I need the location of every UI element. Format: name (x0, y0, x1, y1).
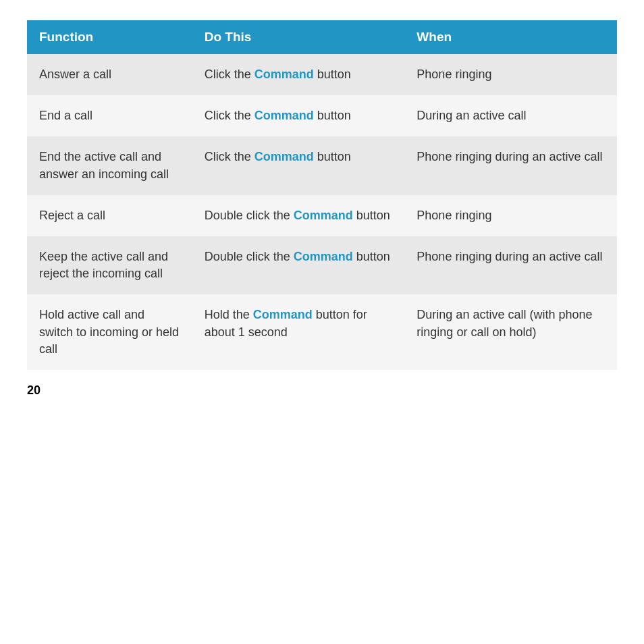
command-keyword: Command (254, 109, 314, 122)
command-keyword: Command (294, 209, 353, 222)
cell-when: Phone ringing during an active call (404, 236, 617, 294)
cell-do-this: Double click the Command button (192, 195, 405, 236)
cell-do-this: Click the Command button (192, 54, 405, 95)
cell-when: Phone ringing (404, 195, 617, 236)
command-keyword: Command (254, 150, 314, 163)
cell-when: Phone ringing (404, 54, 617, 95)
table-row: Reject a callDouble click the Command bu… (27, 195, 617, 236)
header-do-this: Do This (192, 20, 405, 54)
table-row: Keep the active call and reject the inco… (27, 236, 617, 294)
cell-do-this: Hold the Command button for about 1 seco… (192, 294, 405, 370)
cell-do-this: Double click the Command button (192, 236, 405, 294)
cell-function: End a call (27, 95, 192, 136)
cell-function: Keep the active call and reject the inco… (27, 236, 192, 294)
command-keyword: Command (254, 68, 314, 81)
cell-function: Hold active call and switch to incoming … (27, 294, 192, 370)
table-row: End the active call and answer an incomi… (27, 136, 617, 194)
header-when: When (404, 20, 617, 54)
cell-function: Reject a call (27, 195, 192, 236)
command-keyword: Command (253, 308, 313, 321)
cell-when: During an active call (404, 95, 617, 136)
header-function: Function (27, 20, 192, 54)
cell-do-this: Click the Command button (192, 136, 405, 194)
cell-function: Answer a call (27, 54, 192, 95)
table-row: Hold active call and switch to incoming … (27, 294, 617, 370)
reference-table: Function Do This When Answer a callClick… (27, 20, 617, 370)
page-number: 20 (27, 383, 617, 398)
command-keyword: Command (294, 250, 353, 263)
table-row: Answer a callClick the Command buttonPho… (27, 54, 617, 95)
cell-do-this: Click the Command button (192, 95, 405, 136)
cell-when: Phone ringing during an active call (404, 136, 617, 194)
table-row: End a callClick the Command buttonDuring… (27, 95, 617, 136)
cell-when: During an active call (with phone ringin… (404, 294, 617, 370)
cell-function: End the active call and answer an incomi… (27, 136, 192, 194)
